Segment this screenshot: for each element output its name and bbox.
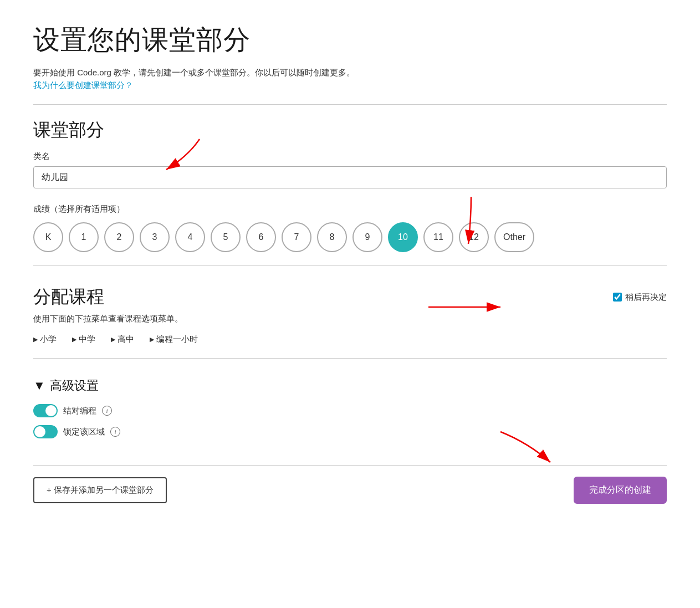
divider-1 — [33, 104, 667, 105]
arrow-annotation-name — [155, 134, 255, 178]
arrow-annotation-complete — [478, 426, 556, 471]
toggle-slider-pair-coding — [33, 404, 58, 417]
toggle-row-lock-section: 锁定该区域 i — [33, 425, 667, 438]
advanced-header[interactable]: ▼ 高级设置 — [33, 377, 667, 394]
toggle-pair-coding[interactable] — [33, 404, 58, 417]
course-cat-high-label: 高中 — [117, 334, 134, 345]
course-cat-elementary-label: 小学 — [40, 334, 57, 345]
name-field-label: 类名 — [33, 151, 667, 162]
grade-btn-7[interactable]: 7 — [282, 222, 311, 252]
grade-btn-8[interactable]: 8 — [317, 222, 347, 252]
grade-section: 成绩（选择所有适用项） K 1 2 3 4 5 6 7 8 9 10 11 12… — [33, 204, 667, 252]
divider-2 — [33, 265, 667, 266]
grade-btn-10[interactable]: 10 — [388, 222, 418, 252]
grade-btn-1[interactable]: 1 — [69, 222, 99, 252]
grade-btn-K[interactable]: K — [33, 222, 63, 252]
grade-btn-6[interactable]: 6 — [246, 222, 276, 252]
course-categories: ▶ 小学 ▶ 中学 ▶ 高中 ▶ 编程一小时 — [33, 334, 667, 345]
grade-btn-5[interactable]: 5 — [211, 222, 241, 252]
assign-section: 分配课程 稍后再决定 使用下面的下拉菜单查看课程选项菜单。 ▶ 小学 ▶ 中学 … — [33, 285, 667, 345]
advanced-section: ▼ 高级设置 结对编程 i 锁定该区域 i — [33, 377, 667, 438]
grade-btn-9[interactable]: 9 — [352, 222, 382, 252]
course-cat-hour[interactable]: ▶ 编程一小时 — [150, 334, 198, 345]
complete-button[interactable]: 完成分区的创建 — [574, 477, 667, 504]
course-cat-elementary[interactable]: ▶ 小学 — [33, 334, 57, 345]
arrow-icon-high: ▶ — [111, 336, 115, 343]
toggle-lock-section[interactable] — [33, 425, 58, 438]
grade-label: 成绩（选择所有适用项） — [33, 204, 667, 214]
course-cat-hour-label: 编程一小时 — [156, 334, 198, 345]
assign-header: 分配课程 稍后再决定 — [33, 285, 667, 309]
divider-3 — [33, 358, 667, 359]
arrow-annotation-decide — [423, 290, 512, 324]
classroom-section: 课堂部分 类名 成绩（选择所有适用项） K 1 2 3 4 5 6 7 8 9 … — [33, 118, 667, 252]
toggle-row-pair-coding: 结对编程 i — [33, 404, 667, 417]
save-add-button[interactable]: + 保存并添加另一个课堂部分 — [33, 477, 167, 503]
page-subtitle: 要开始使用 Code.org 教学，请先创建一个或多个课堂部分。你以后可以随时创… — [33, 68, 667, 78]
info-icon-lock-section[interactable]: i — [110, 427, 120, 437]
toggle-pair-coding-label: 结对编程 — [63, 406, 96, 416]
arrow-annotation-grade — [438, 191, 504, 258]
arrow-icon-hour: ▶ — [150, 336, 154, 343]
grade-btn-2[interactable]: 2 — [104, 222, 134, 252]
toggle-slider-lock-section — [33, 425, 58, 438]
course-cat-middle-label: 中学 — [79, 334, 95, 345]
arrow-icon-middle: ▶ — [72, 336, 76, 343]
why-link[interactable]: 我为什么要创建课堂部分？ — [33, 80, 133, 90]
grade-btn-4[interactable]: 4 — [175, 222, 205, 252]
arrow-icon-elementary: ▶ — [33, 336, 38, 343]
assign-desc: 使用下面的下拉菜单查看课程选项菜单。 — [33, 314, 667, 324]
decide-later-text: 稍后再决定 — [625, 292, 667, 303]
info-icon-pair-coding[interactable]: i — [102, 406, 112, 416]
classroom-section-title: 课堂部分 — [33, 118, 667, 142]
footer-actions: + 保存并添加另一个课堂部分 完成分区的创建 — [33, 465, 667, 504]
decide-later-checkbox[interactable] — [613, 293, 622, 302]
toggle-lock-section-label: 锁定该区域 — [63, 427, 105, 437]
course-cat-middle[interactable]: ▶ 中学 — [72, 334, 95, 345]
grade-buttons-container: K 1 2 3 4 5 6 7 8 9 10 11 12 Other — [33, 222, 667, 252]
advanced-title: 高级设置 — [50, 377, 99, 394]
decide-later-label[interactable]: 稍后再决定 — [613, 292, 667, 303]
course-cat-high[interactable]: ▶ 高中 — [111, 334, 134, 345]
class-name-input[interactable] — [33, 166, 667, 188]
advanced-arrow-icon: ▼ — [33, 379, 45, 393]
assign-title: 分配课程 — [33, 285, 104, 309]
grade-btn-3[interactable]: 3 — [140, 222, 170, 252]
page-title: 设置您的课堂部分 — [33, 22, 667, 58]
footer-wrapper: + 保存并添加另一个课堂部分 完成分区的创建 — [33, 465, 667, 504]
